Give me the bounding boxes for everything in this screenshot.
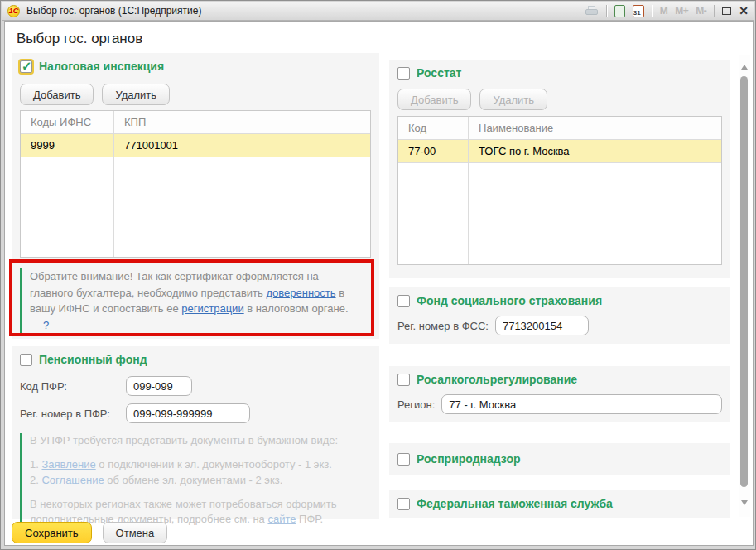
registration-link[interactable]: регистрации: [181, 302, 243, 315]
fss-label: Фонд социального страхования: [417, 294, 602, 307]
maximize-button[interactable]: [722, 7, 731, 15]
notice-text: в налоговом органе.: [244, 302, 349, 315]
pfr-site-link[interactable]: сайте: [267, 513, 296, 525]
tax-inspection-checkbox[interactable]: [20, 60, 32, 73]
memory-minus-button[interactable]: M-: [696, 5, 706, 17]
customs-checkbox[interactable]: [397, 498, 410, 510]
memory-plus-button[interactable]: M+: [675, 5, 688, 17]
rosstat-add-button[interactable]: Добавить: [397, 89, 471, 110]
alco-checkbox[interactable]: [397, 374, 410, 386]
vertical-scrollbar[interactable]: [739, 55, 750, 517]
rosstat-remove-button[interactable]: Удалить: [479, 89, 547, 110]
page-title: Выбор гос. органов: [17, 31, 142, 47]
rosstat-label: Росстат: [417, 66, 461, 80]
pfr-code-label: Код ПФР:: [20, 380, 126, 393]
region-label: Регион:: [397, 398, 435, 411]
pfr-info-item: об обмене эл. документами - 2 экз.: [104, 474, 283, 486]
fss-regnum-input[interactable]: 7713200154: [495, 316, 589, 335]
agreement-link[interactable]: Соглашение: [41, 474, 104, 486]
tax-table-row[interactable]: 9999 771001001: [21, 134, 370, 157]
rosstat-table-empty-area: [398, 163, 721, 264]
tax-notice: Обратите внимание! Так как сертификат оф…: [20, 268, 371, 333]
rosstat-checkbox[interactable]: [397, 67, 410, 80]
pfr-regnum-label: Рег. номер в ПФР:: [20, 408, 126, 420]
rosstat-table-row[interactable]: 77-00 ТОГС по г. Москва: [398, 140, 721, 163]
pension-fund-checkbox[interactable]: [20, 354, 32, 366]
cancel-button[interactable]: Отмена: [103, 522, 168, 543]
tax-codes-table: Коды ИФНС КПП 9999 771001001: [20, 110, 371, 258]
rosstat-table-header[interactable]: Код Наименование: [398, 117, 721, 140]
nature-label: Росприроднадзор: [417, 452, 521, 466]
scroll-down-icon[interactable]: [741, 500, 748, 505]
toolbar-separator: [606, 5, 607, 17]
memory-recall-button[interactable]: M: [660, 5, 668, 17]
tax-add-button[interactable]: Добавить: [20, 84, 94, 105]
fss-checkbox[interactable]: [397, 295, 410, 307]
tax-inspection-label: Налоговая инспекция: [39, 60, 164, 73]
close-button[interactable]: ✕: [739, 6, 749, 16]
pfr-code-input[interactable]: 099-099: [126, 376, 192, 396]
section-rosstat: Росстат Добавить Удалить Код Наименовани…: [389, 60, 730, 278]
nature-checkbox[interactable]: [397, 453, 410, 466]
section-social-insurance: Фонд социального страхования Рег. номер …: [389, 287, 730, 344]
application-link[interactable]: Заявление: [41, 458, 95, 470]
form-client-area: Выбор гос. органов Налоговая инспекция Д…: [4, 21, 754, 546]
calculator-icon[interactable]: [614, 5, 625, 17]
calendar-icon[interactable]: 31: [633, 5, 644, 17]
rosstat-table: Код Наименование 77-00 ТОГС по г. Москва: [397, 116, 722, 265]
footer-buttons: Сохранить Отмена: [12, 522, 167, 543]
pfr-info-item: 2.: [30, 474, 41, 486]
region-input[interactable]: 77 - г. Москва: [441, 394, 722, 414]
toolbar-separator: [714, 5, 715, 17]
fss-regnum-label: Рег. номер в ФСС:: [397, 320, 489, 332]
section-pension-fund: Пенсионный фонд Код ПФР: 099-099 Рег. но…: [12, 346, 379, 519]
info-accent-bar: [20, 433, 22, 536]
section-alcohol-regulation: Росалкогольрегулирование Регион: 77 - г.…: [389, 366, 730, 422]
notice-accent-bar: [20, 268, 22, 333]
tax-table-empty-area: [21, 157, 370, 257]
section-nature-supervision: Росприроднадзор: [389, 443, 730, 475]
toolbar-separator: [652, 5, 652, 17]
power-of-attorney-link[interactable]: доверенность: [266, 287, 335, 299]
window-title: Выбор гос. органов (1С:Предприятие): [26, 5, 578, 17]
alco-label: Росалкогольрегулирование: [417, 373, 577, 386]
print-icon[interactable]: [585, 6, 599, 17]
1c-logo-icon: 1С: [7, 5, 20, 17]
tax-remove-button[interactable]: Удалить: [102, 84, 170, 105]
pfr-info-intro: В УПФР требуется представить документы в…: [30, 434, 338, 446]
app-window: 1С Выбор гос. органов (1С:Предприятие) 3…: [0, 0, 756, 550]
section-tax-inspection: Налоговая инспекция Добавить Удалить Код…: [12, 53, 379, 339]
scroll-up-icon[interactable]: [741, 65, 748, 70]
tax-table-header[interactable]: Коды ИФНС КПП: [21, 111, 370, 134]
scrollbar-thumb[interactable]: [740, 76, 748, 487]
title-bar: 1С Выбор гос. органов (1С:Предприятие) 3…: [2, 2, 754, 21]
help-link[interactable]: ?: [43, 319, 49, 331]
pension-fund-label: Пенсионный фонд: [39, 353, 147, 366]
save-button[interactable]: Сохранить: [12, 522, 92, 543]
pfr-info-item: 1.: [30, 458, 41, 470]
customs-label: Федеральная таможенная служба: [417, 497, 613, 510]
pfr-info-item: о подключении к эл. документообороту - 1…: [96, 458, 332, 470]
pfr-regnum-input[interactable]: 099-099-999999: [126, 403, 250, 423]
section-federal-customs: Федеральная таможенная служба: [389, 490, 730, 518]
pfr-info-outro: ПФР.: [296, 513, 323, 525]
